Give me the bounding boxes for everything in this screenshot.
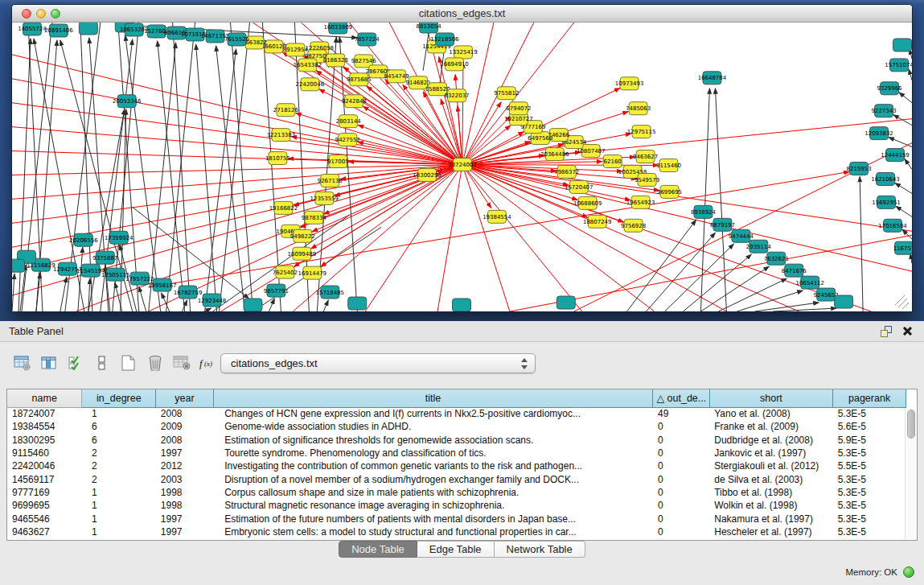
show-columns-icon[interactable]	[38, 352, 60, 373]
close-panel-icon[interactable]	[901, 325, 913, 336]
table-row[interactable]: 911546021997Tourette syndrome. Phenomeno…	[7, 447, 906, 459]
column-header-out_de[interactable]: △ out_de...	[653, 389, 709, 407]
graph-node[interactable]: 9756928	[621, 219, 646, 232]
graph-node[interactable]: 6794072	[506, 102, 531, 115]
graph-node[interactable]: 8938924	[691, 205, 717, 218]
row-height-icon[interactable]	[91, 352, 113, 373]
graph-node[interactable]: 9242848	[342, 95, 367, 108]
graph-node[interactable]: 19384554	[483, 210, 511, 223]
graph-node[interactable]: 116753	[893, 241, 912, 254]
table-scrollbar[interactable]	[905, 408, 916, 539]
graph-node[interactable]: 22420046	[296, 78, 325, 91]
graph-node[interactable]: 9463627	[633, 150, 658, 163]
column-header-in_degree[interactable]: in_degree	[82, 389, 156, 407]
graph-node[interactable]: 19166822	[269, 201, 298, 214]
table-row[interactable]: 1456911722003Disruption of a novel membe…	[7, 472, 906, 485]
graph-node[interactable]: 16099489	[288, 247, 317, 260]
tab-edge-table[interactable]: Edge Table	[417, 541, 495, 558]
graph-node[interactable]: 12213383	[267, 129, 296, 142]
graph-node[interactable]: 8215953	[847, 163, 872, 175]
graph-node[interactable]: 16914479	[298, 266, 327, 279]
table-row[interactable]: 977716911998Corpus callosum shape and si…	[7, 486, 906, 499]
column-header-year[interactable]: year	[156, 389, 213, 407]
graph-node[interactable]: 9699695	[657, 185, 682, 198]
graph-node[interactable]: 10654112	[795, 276, 824, 289]
graph-node[interactable]: 12975115	[627, 126, 656, 138]
graph-node[interactable]	[79, 23, 97, 35]
function-builder-icon[interactable]: f(x)	[197, 352, 219, 373]
column-header-short[interactable]: short	[709, 389, 832, 407]
graph-node[interactable]: 9549579	[634, 173, 659, 186]
graph-node[interactable]: 8471676	[782, 264, 807, 277]
scrollbar-thumb[interactable]	[907, 410, 915, 439]
graph-node[interactable]: 2803144	[336, 115, 362, 128]
graph-node[interactable]: 16694910	[440, 58, 469, 71]
graph-node[interactable]: 12353559	[310, 192, 339, 204]
column-header-title[interactable]: title	[213, 389, 653, 407]
memory-ok-icon[interactable]	[903, 566, 914, 578]
delete-column-icon[interactable]	[170, 352, 192, 373]
graph-node[interactable]	[556, 296, 575, 309]
graph-node[interactable]: 8186328	[323, 54, 348, 67]
network-graph[interactable]: 1872400786601288912954122260589827508818…	[12, 23, 912, 311]
table-row[interactable]: 1830029562008Estimation of significance …	[7, 434, 906, 447]
graph-node[interactable]: 20053346	[113, 95, 142, 108]
graph-node[interactable]: 7485063	[626, 102, 651, 115]
graph-node[interactable]: 9375887	[92, 251, 117, 264]
float-window-icon[interactable]	[881, 326, 892, 337]
graph-node[interactable]: 16648784	[698, 72, 727, 84]
graph-node[interactable]: 9329966	[877, 82, 902, 95]
table-settings-icon[interactable]	[11, 352, 33, 373]
graph-node[interactable]: 917005	[327, 155, 349, 168]
graph-node[interactable]	[835, 295, 853, 308]
delete-table-icon[interactable]	[144, 352, 166, 373]
table-row[interactable]: 946554611997Estimation of the future num…	[7, 512, 906, 525]
graph-node[interactable]: 62160	[603, 155, 622, 168]
graph-node[interactable]: 6879197	[710, 218, 735, 231]
graph-node[interactable]: 2935114	[746, 240, 772, 253]
graph-node[interactable]: 16033809	[324, 23, 353, 34]
table-row[interactable]: 2242004622012Investigating the contribut…	[7, 459, 906, 472]
graph-node[interactable]: 8322037	[444, 89, 469, 102]
graph-node[interactable]: 9227343	[872, 105, 897, 117]
graph-node[interactable]	[348, 297, 367, 310]
graph-node[interactable]: 9755812	[494, 87, 519, 100]
graph-node[interactable]: 19654923	[626, 196, 655, 208]
table-row[interactable]: 946362711997Embryonic stem cells: a mode…	[7, 525, 906, 538]
table-row[interactable]: 1938455462009Genome-wide association stu…	[7, 420, 906, 433]
graph-node[interactable]: 9427552	[335, 134, 360, 146]
graph-node[interactable]: 15751074	[885, 59, 912, 72]
graph-node[interactable]: 9267130	[318, 174, 343, 187]
graph-node[interactable]	[453, 299, 471, 311]
graph-node[interactable]: 9115460	[656, 159, 681, 172]
graph-node[interactable]	[244, 299, 262, 311]
graph-node[interactable]: 7857224	[355, 33, 380, 46]
table-row[interactable]: 1872400712008Changes of HCN gene express…	[7, 407, 906, 420]
graph-node[interactable]: 8813054	[417, 23, 442, 33]
select-mode-icon[interactable]	[64, 352, 86, 373]
graph-node[interactable]: 10688609	[573, 196, 602, 209]
tab-network-table[interactable]: Network Table	[495, 541, 585, 558]
table-selector[interactable]: citations_edges.txt	[220, 353, 536, 373]
graph-node[interactable]: 7625402	[273, 266, 298, 278]
graph-node[interactable]: 7632621	[764, 252, 789, 265]
tab-node-table[interactable]: Node Table	[339, 541, 417, 558]
new-table-icon[interactable]	[117, 352, 139, 373]
graph-node[interactable]: 9878334	[302, 211, 327, 224]
graph-node[interactable]: 9498222	[290, 229, 315, 242]
graph-node[interactable]: 9875685	[347, 73, 372, 86]
network-window-titlebar[interactable]: citations_edges.txt	[12, 5, 912, 23]
graph-node[interactable]: 7615526	[224, 33, 249, 46]
graph-node[interactable]: 20891406	[44, 24, 73, 37]
graph-node[interactable]: 14055724	[18, 23, 47, 35]
graph-node[interactable]: 1810755	[265, 152, 290, 165]
graph-node[interactable]: 9857791	[264, 284, 289, 297]
network-canvas[interactable]: 1872400786601288912954122260589827508818…	[12, 23, 912, 311]
graph-node[interactable]: 2718126	[273, 104, 298, 117]
column-header-name[interactable]: name	[7, 389, 82, 407]
graph-node[interactable]: 7986372	[554, 166, 579, 179]
table-row[interactable]: 969969511998Structural magnetic resonanc…	[7, 499, 906, 512]
graph-node[interactable]: 13325419	[449, 46, 478, 59]
graph-node[interactable]	[12, 259, 24, 272]
column-header-pagerank[interactable]: pagerank	[833, 389, 906, 407]
